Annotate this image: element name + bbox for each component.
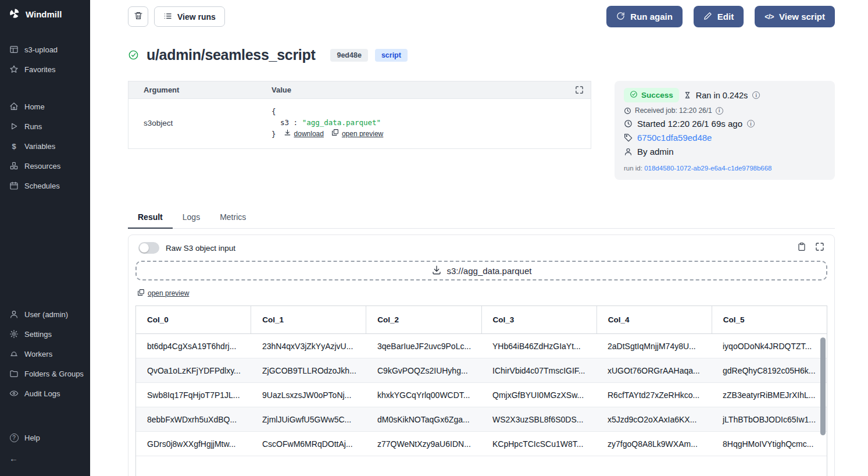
table-body: bt6dp4CgXsA19T6hdrj...23hN4qxV3jZkYyAzjv… — [136, 334, 827, 456]
sidebar-item-label: Settings — [24, 330, 52, 339]
json-string-value: "agg_data.parquet" — [302, 118, 381, 127]
view-runs-button[interactable]: View runs — [154, 6, 225, 27]
expand-icon[interactable] — [575, 86, 584, 94]
sidebar-item-label: User (admin) — [24, 310, 68, 319]
table-cell: CscOFwM6MRqDOttAj... — [251, 439, 366, 449]
open-preview-icon — [137, 289, 145, 298]
status-panel: Success Ran in 0.242s i Received job: 12… — [615, 81, 835, 180]
brand-title: Windmill — [26, 9, 62, 19]
tab-metrics[interactable]: Metrics — [210, 208, 256, 228]
column-header[interactable]: Col_3 — [481, 306, 596, 333]
s3-file-download-button[interactable]: s3://agg_data.parquet — [135, 261, 827, 280]
sidebar-item-audit-logs[interactable]: Audit Logs — [0, 383, 90, 403]
sidebar-item-workers[interactable]: Workers — [0, 344, 90, 364]
copy-icon[interactable] — [797, 242, 806, 254]
info-icon[interactable]: i — [752, 91, 760, 99]
open-preview-link[interactable]: open preview — [331, 129, 383, 140]
gear-icon — [9, 329, 19, 339]
table-row[interactable]: 8ebbFxWDxrh5uXdBQ...ZjmlJUiGwfU5GWw5C...… — [136, 407, 827, 432]
edit-button[interactable]: Edit — [694, 6, 744, 27]
table-cell: C9kGvPOQZs2IUHyhg... — [366, 366, 481, 375]
eye-icon — [9, 389, 19, 398]
sidebar-item-label: Favorites — [24, 65, 55, 74]
table-cell: jLThBTbOBJODIc65Iw1... — [712, 415, 827, 424]
run-again-button[interactable]: Run again — [606, 6, 683, 27]
column-header[interactable]: Col_2 — [366, 306, 481, 333]
raw-s3-toggle[interactable] — [138, 242, 159, 254]
user-icon — [9, 310, 19, 319]
calendar-icon — [9, 181, 19, 190]
sidebar-item-label: Workers — [24, 350, 52, 358]
user-icon — [624, 147, 633, 156]
app-window-icon — [9, 45, 19, 54]
duration-text: Ran in 0.242s — [696, 91, 748, 100]
table-cell: x5Jzd9cO2oXAxIa6KX... — [596, 415, 712, 424]
sidebar-item-variables[interactable]: $ Variables — [0, 136, 90, 156]
table-row[interactable]: QvOa1oLzKFjYDFPdlxy...ZjGCOB9TLLROdzoJkh… — [136, 358, 827, 383]
sidebar-item-label: Home — [24, 102, 45, 111]
open-preview-link[interactable]: open preview — [137, 289, 189, 298]
view-script-button[interactable]: </> View script — [755, 6, 835, 27]
vertical-scrollbar[interactable] — [820, 338, 826, 435]
download-link[interactable]: download — [284, 129, 324, 140]
brand[interactable]: Windmill — [0, 8, 90, 21]
info-icon[interactable]: i — [716, 107, 723, 115]
table-cell: IChirVbid4c07TmscIGIF... — [481, 366, 596, 375]
table-row[interactable]: bt6dp4CgXsA19T6hdrj...23hN4qxV3jZkYyAzjv… — [136, 334, 827, 358]
expand-icon[interactable] — [815, 242, 824, 254]
info-icon[interactable]: i — [747, 120, 755, 127]
column-header[interactable]: Col_5 — [712, 306, 827, 333]
sidebar-item-help[interactable]: ? Help — [0, 428, 90, 447]
sidebar-item-runs[interactable]: Runs — [0, 116, 90, 136]
tab-result[interactable]: Result — [128, 208, 173, 229]
commit-hash-badge: 9ed48e — [330, 49, 367, 62]
table-cell: 8ebbFxWDxrh5uXdBQ... — [136, 415, 251, 424]
refresh-icon — [616, 12, 625, 22]
sidebar-item-schedules[interactable]: Schedules — [0, 176, 90, 196]
open-preview-icon — [331, 129, 339, 140]
job-hash-link[interactable]: 6750c1dfa59ed48e — [637, 133, 712, 143]
folder-icon — [9, 369, 19, 378]
argument-column-header: Argument — [128, 86, 256, 94]
play-icon — [9, 122, 19, 131]
table-cell: 2aDtSgtIqMnjjM74y8U... — [596, 342, 712, 351]
table-row[interactable]: Swb8Iq17FqHjoT7P1JL...9UazLsxzsJW0oPToNj… — [136, 383, 827, 407]
sidebar-item-folders-groups[interactable]: Folders & Groups — [0, 364, 90, 383]
received-job-text: Received job: 12:20 26/1 — [635, 106, 712, 115]
star-icon — [9, 65, 19, 74]
s3-file-path: s3://agg_data.parquet — [447, 266, 532, 276]
table-cell: bt6dp4CgXsA19T6hdrj... — [136, 342, 251, 351]
toggle-label: Raw S3 object input — [166, 244, 235, 253]
hardhat-icon — [9, 349, 19, 358]
delete-button[interactable] — [128, 6, 148, 27]
sidebar-item-s3-upload[interactable]: s3-upload — [0, 40, 90, 59]
table-cell: xUGOt76ORGrAAHaqa... — [596, 366, 712, 375]
help-icon: ? — [9, 433, 19, 442]
collapse-sidebar-button[interactable]: ← — [0, 447, 90, 469]
sidebar-item-settings[interactable]: Settings — [0, 324, 90, 344]
column-header[interactable]: Col_4 — [596, 306, 712, 333]
table-cell: zy7fgoQ8A8Lk9WXAm... — [596, 439, 712, 449]
tab-logs[interactable]: Logs — [173, 208, 210, 228]
download-icon — [431, 265, 442, 277]
sidebar-item-user[interactable]: User (admin) — [0, 304, 90, 324]
sidebar-item-resources[interactable]: Resources — [0, 156, 90, 176]
argument-row: s3object { s3 : "agg_data.parquet" } — [128, 99, 591, 148]
table-row[interactable]: GDrs0j8wXXgfHgjjMtw...CscOFwM6MRqDOttAj.… — [136, 432, 827, 456]
run-id-link[interactable]: 018d4580-1072-ab29-e6a4-c1de9798b668 — [644, 165, 771, 172]
main-content: View runs Run again Edit </> — [90, 0, 868, 476]
json-open-brace: { — [272, 106, 591, 117]
table-cell: R6cfTAYtd27xZeRHkco... — [596, 390, 712, 400]
sidebar-item-home[interactable]: Home — [0, 97, 90, 116]
column-header[interactable]: Col_0 — [136, 306, 251, 333]
sidebar-item-label: Runs — [24, 122, 42, 131]
argument-value: { s3 : "agg_data.parquet" } — [256, 106, 591, 140]
column-header[interactable]: Col_1 — [251, 306, 366, 333]
tag-icon — [624, 133, 633, 142]
sidebar-item-label: Folders & Groups — [24, 370, 84, 378]
title-row: u/admin/seamless_script 9ed48e script — [128, 47, 835, 63]
table-cell: YHb64iB46ZdHzGIaYt... — [481, 342, 596, 351]
sidebar-item-favorites[interactable]: Favorites — [0, 59, 90, 79]
sidebar-item-label: Audit Logs — [24, 389, 60, 398]
pencil-icon — [703, 12, 712, 22]
